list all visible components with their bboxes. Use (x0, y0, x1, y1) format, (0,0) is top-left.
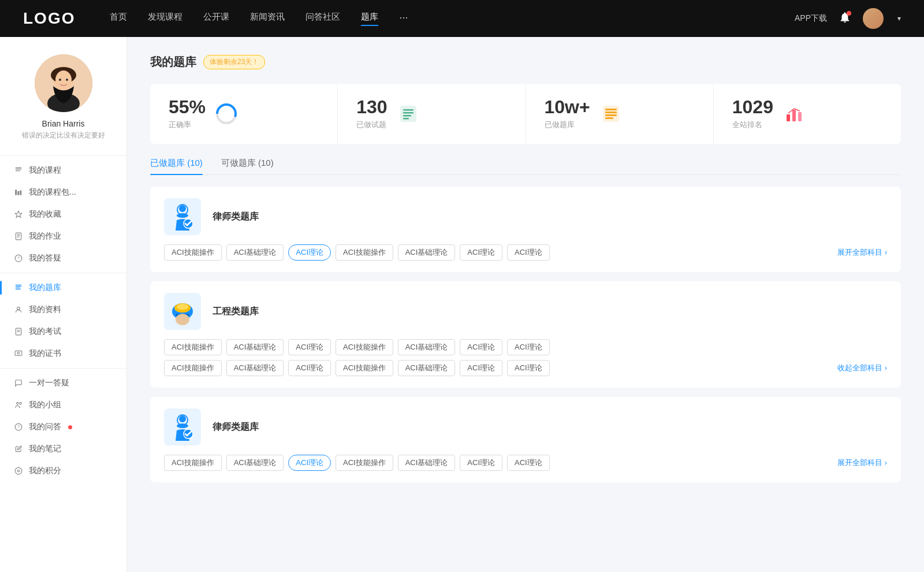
sidebar-item-qbank[interactable]: 我的题库 (0, 277, 126, 299)
nav-news[interactable]: 新闻资讯 (250, 12, 285, 26)
eng-tag-r1-3[interactable]: ACI技能操作 (336, 339, 393, 355)
exam-icon (14, 327, 23, 336)
homework-icon (14, 232, 23, 241)
eng-tag-r2-5[interactable]: ACI理论 (460, 360, 502, 376)
svg-point-35 (17, 470, 20, 472)
l2-tag-6[interactable]: ACI理论 (507, 455, 550, 471)
eng-tag-r1-5[interactable]: ACI理论 (460, 339, 502, 355)
tag-4[interactable]: ACI基础理论 (398, 244, 456, 261)
qbank-icon (14, 283, 23, 292)
svg-point-66 (177, 424, 188, 428)
tag-1[interactable]: ACI基础理论 (226, 244, 284, 261)
qbank-icon-engineer (164, 293, 201, 330)
tag-6[interactable]: ACI理论 (507, 244, 550, 261)
svg-point-38 (222, 109, 231, 118)
user-avatar[interactable] (863, 8, 884, 29)
svg-rect-21 (16, 286, 22, 287)
sidebar-item-certificate[interactable]: 我的证书 (0, 343, 126, 365)
stat-rank: 1029 全站排名 (714, 84, 901, 144)
sidebar-label-qa: 我的答疑 (29, 253, 61, 263)
eng-tag-r1-1[interactable]: ACI基础理论 (226, 339, 284, 355)
nav-more[interactable]: ··· (399, 12, 408, 26)
sidebar-item-my-qa[interactable]: ? 我的问答 (0, 416, 126, 438)
l2-tag-3[interactable]: ACI技能操作 (336, 455, 393, 471)
tag-2[interactable]: ACI理论 (288, 244, 331, 261)
l2-tag-2[interactable]: ACI理论 (288, 455, 331, 471)
tag-3[interactable]: ACI技能操作 (336, 244, 393, 261)
qbank-title-engineer: 工程类题库 (213, 306, 259, 318)
eng-tag-r2-1[interactable]: ACI基础理论 (226, 360, 284, 376)
stat-done-banks: 10w+ 已做题库 (526, 84, 714, 144)
sidebar-item-notes[interactable]: 我的笔记 (0, 438, 126, 460)
sidebar-menu: 我的课程 我的课程包... 我的收藏 我的作业 (0, 159, 126, 482)
user-menu-chevron[interactable]: ▾ (897, 14, 901, 23)
sidebar-item-course-package[interactable]: 我的课程包... (0, 181, 126, 203)
tag-5[interactable]: ACI理论 (460, 244, 502, 261)
qbank-icon-lawyer-1 (164, 198, 201, 235)
expand-link-lawyer-2[interactable]: 展开全部科目 › (837, 458, 887, 468)
eng-tag-r1-6[interactable]: ACI理论 (507, 339, 550, 355)
sidebar-item-favorites[interactable]: 我的收藏 (0, 203, 126, 225)
sidebar-item-my-courses[interactable]: 我的课程 (0, 159, 126, 181)
svg-rect-49 (787, 114, 790, 121)
nav-discover[interactable]: 发现课程 (148, 12, 182, 26)
svg-rect-43 (403, 118, 409, 120)
tab-todo[interactable]: 可做题库 (10) (221, 158, 274, 174)
l2-tag-1[interactable]: ACI基础理论 (226, 455, 284, 471)
notes-icon (14, 444, 23, 454)
eng-tag-r1-2[interactable]: ACI理论 (288, 339, 331, 355)
eng-tag-r2-6[interactable]: ACI理论 (507, 360, 550, 376)
svg-rect-41 (403, 112, 413, 114)
stat-value-done: 130 (356, 98, 387, 116)
layout: Brian Harris 错误的决定比没有决定要好 我的课程 我的课程包... (0, 37, 924, 572)
qbank-tags-engineer-row2: ACI技能操作 ACI基础理论 ACI理论 ACI技能操作 ACI基础理论 AC… (164, 360, 887, 376)
qbank-header-engineer: 工程类题库 (164, 293, 887, 330)
eng-tag-r2-4[interactable]: ACI基础理论 (398, 360, 456, 376)
package-icon (14, 188, 23, 197)
l2-tag-0[interactable]: ACI技能操作 (164, 455, 222, 471)
eng-tag-r1-4[interactable]: ACI基础理论 (398, 339, 456, 355)
svg-point-29 (17, 352, 20, 355)
sidebar-item-group[interactable]: 我的小组 (0, 394, 126, 416)
svg-rect-51 (798, 112, 802, 121)
nav-opencourse[interactable]: 公开课 (203, 12, 229, 26)
eng-tag-r2-3[interactable]: ACI技能操作 (336, 360, 393, 376)
sidebar-item-profile[interactable]: 我的资料 (0, 299, 126, 321)
sidebar-item-1on1[interactable]: 一对一答疑 (0, 372, 126, 394)
qbank-tags-engineer-row1: ACI技能操作 ACI基础理论 ACI理论 ACI技能操作 ACI基础理论 AC… (164, 339, 887, 355)
qbank-header-lawyer-2: 律师类题库 (164, 408, 887, 445)
sidebar-label-qbank: 我的题库 (29, 283, 61, 293)
nav-home[interactable]: 首页 (110, 12, 127, 26)
star-icon (14, 210, 23, 219)
sidebar-item-qa[interactable]: ? 我的答疑 (0, 247, 126, 269)
stat-info-done: 130 已做试题 (356, 98, 387, 130)
sidebar-item-points[interactable]: 我的积分 (0, 460, 126, 482)
svg-point-54 (179, 205, 186, 212)
svg-point-60 (176, 314, 189, 325)
stat-info-correct: 55% 正确率 (169, 98, 206, 130)
points-icon (14, 466, 23, 476)
expand-link-lawyer-1[interactable]: 展开全部科目 › (837, 247, 887, 258)
eng-tag-r1-0[interactable]: ACI技能操作 (164, 339, 222, 355)
nav-qbank[interactable]: 题库 (361, 12, 378, 26)
navbar: LOGO 首页 发现课程 公开课 新闻资讯 问答社区 题库 ··· APP下载 … (0, 0, 924, 37)
stat-label-rank: 全站排名 (732, 120, 773, 130)
tab-done[interactable]: 已做题库 (10) (150, 158, 203, 174)
eng-tag-r2-2[interactable]: ACI理论 (288, 360, 331, 376)
nav-qa[interactable]: 问答社区 (305, 12, 340, 26)
l2-tag-5[interactable]: ACI理论 (460, 455, 502, 471)
expand-link-engineer[interactable]: 收起全部科目 › (837, 363, 887, 373)
svg-rect-42 (403, 115, 411, 117)
svg-rect-23 (16, 289, 21, 289)
eng-tag-r2-0[interactable]: ACI技能操作 (164, 360, 222, 376)
l2-tag-4[interactable]: ACI基础理论 (398, 455, 456, 471)
svg-text:?: ? (17, 425, 20, 429)
notification-bell[interactable] (839, 11, 851, 26)
logo: LOGO (23, 9, 75, 28)
sidebar-divider-1 (0, 273, 126, 273)
svg-point-65 (179, 415, 186, 422)
tag-0[interactable]: ACI技能操作 (164, 244, 222, 261)
sidebar-item-exam[interactable]: 我的考试 (0, 321, 126, 343)
app-download-button[interactable]: APP下载 (795, 13, 827, 24)
sidebar-item-homework[interactable]: 我的作业 (0, 225, 126, 247)
